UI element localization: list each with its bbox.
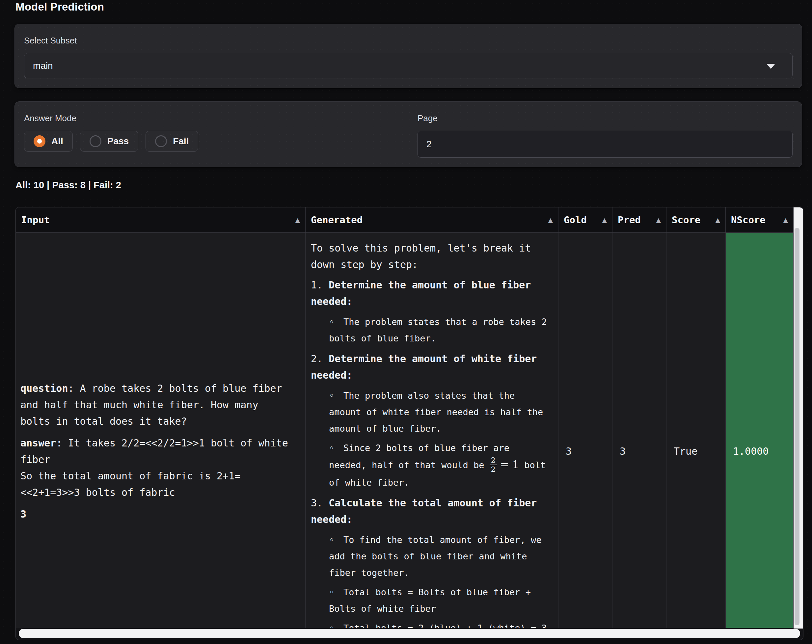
score-value: True (674, 443, 725, 459)
page-label: Page (418, 111, 792, 125)
bullet-icon: ◦ (329, 532, 343, 548)
bullet-text: To find the total amount of fiber, we ad… (329, 535, 541, 578)
bullet-item: ◦Total bolts = 2 (blue) + 1 (white) = 3 … (311, 620, 551, 628)
select-subset-panel: Select Subset main (14, 24, 802, 88)
sort-asc-icon[interactable]: ▲ (295, 216, 300, 224)
column-header-score[interactable]: Score ▲ (667, 208, 726, 232)
bullet-icon: ◦ (329, 314, 343, 330)
bullet-text: Total bolts = 2 (blue) + 1 (white) = 3 b… (329, 623, 547, 628)
fraction-denominator: 2 (490, 465, 497, 473)
nscore-cell: 1.0000 (726, 233, 794, 628)
bullet-icon: ◦ (329, 388, 343, 404)
step-number: 3. (311, 497, 329, 509)
bullet-text: Total bolts = Bolts of blue fiber + Bolt… (329, 587, 531, 614)
sort-asc-icon[interactable]: ▲ (656, 216, 661, 224)
bullet-item: ◦Total bolts = Bolts of blue fiber + Bol… (311, 584, 551, 617)
sort-asc-icon[interactable]: ▲ (548, 216, 553, 224)
bullet-text: The problem states that a robe takes 2 b… (329, 317, 547, 343)
radio-unselected-icon (155, 135, 167, 147)
gold-cell: 3 (559, 233, 612, 628)
bullet-icon: ◦ (329, 440, 343, 456)
bullet-item: ◦To find the total amount of fiber, we a… (311, 532, 551, 581)
v-scrollbar[interactable] (794, 208, 803, 629)
answer-paragraph: answer: It takes 2/2=<<2/2=1>>1 bolt of … (20, 435, 290, 501)
stats-text: All: 10 | Pass: 8 | Fail: 2 (15, 180, 121, 191)
pred-value: 3 (620, 443, 666, 459)
answer-mode-section: Answer Mode All Pass Fail (24, 111, 399, 159)
prediction-table: Input ▲ Generated ▲ Gold ▲ Pred ▲ Score … (15, 207, 803, 640)
bullet-text: Since 2 bolts of blue fiber are needed, … (329, 443, 510, 470)
column-header-input[interactable]: Input ▲ (16, 208, 305, 232)
radio-selected-icon (34, 135, 46, 147)
column-header-gold[interactable]: Gold ▲ (559, 208, 612, 232)
bullet-icon: ◦ (329, 584, 343, 601)
input-cell: question: A robe takes 2 bolts of blue f… (16, 233, 305, 628)
sort-asc-icon[interactable]: ▲ (602, 216, 607, 224)
bullet-item: ◦The problem also states that the amount… (311, 388, 551, 437)
subset-dropdown[interactable]: main (24, 53, 792, 78)
table-row: question: A robe takes 2 bolts of blue f… (16, 233, 803, 628)
math-fraction: 22 (490, 456, 497, 473)
page-input[interactable] (418, 131, 792, 158)
radio-label-all: All (51, 136, 63, 147)
answer-mode-label: Answer Mode (24, 111, 399, 125)
radio-option-all[interactable]: All (24, 131, 73, 152)
radio-option-fail[interactable]: Fail (145, 131, 198, 152)
radio-label-fail: Fail (173, 136, 189, 147)
page-title: Model Prediction (15, 1, 104, 13)
dropdown-arrow-icon (766, 64, 775, 69)
radio-option-pass[interactable]: Pass (80, 131, 138, 152)
step-title: Determine the amount of blue fiber neede… (311, 279, 531, 307)
question-label: question (20, 383, 68, 394)
radio-label-pass: Pass (107, 136, 129, 147)
select-subset-label: Select Subset (24, 34, 792, 47)
h-scrollbar[interactable] (19, 629, 800, 638)
final-answer: 3 (20, 506, 290, 522)
step-number: 1. (311, 279, 329, 291)
step-item-2: 2. Determine the amount of white fiber n… (311, 351, 551, 383)
gold-value: 3 (566, 443, 612, 459)
bullet-item-math: ◦Since 2 bolts of blue fiber are needed,… (311, 440, 551, 491)
page-section: Page (418, 111, 792, 159)
answer-label: answer (20, 437, 56, 449)
answer-mode-radio-group: All Pass Fail (24, 131, 399, 152)
answer-text: : It takes 2/2=<<2/2=1>>1 bolt of white … (20, 437, 294, 498)
bullet-item: ◦The problem states that a robe takes 2 … (311, 314, 551, 347)
step-title: Determine the amount of white fiber need… (311, 353, 537, 381)
app: Model Prediction Select Subset main Answ… (0, 0, 812, 644)
v-scrollbar-thumb[interactable] (795, 228, 800, 625)
fraction-numerator: 2 (490, 456, 497, 464)
step-number: 2. (311, 353, 329, 365)
generated-cell: To solve this problem, let's break it do… (305, 233, 559, 628)
subset-dropdown-value: main (33, 61, 53, 71)
question-paragraph: question: A robe takes 2 bolts of blue f… (20, 380, 290, 430)
generated-intro: To solve this problem, let's break it do… (311, 240, 551, 273)
step-item-1: 1. Determine the amount of blue fiber ne… (311, 277, 551, 310)
controls-panel: Answer Mode All Pass Fail Page (14, 101, 802, 167)
radio-unselected-icon (90, 135, 101, 147)
step-title: Calculate the total amount of fiber need… (311, 497, 537, 525)
bullet-icon: ◦ (329, 620, 343, 628)
column-header-nscore[interactable]: NScore ▲ (726, 208, 794, 232)
column-header-generated[interactable]: Generated ▲ (305, 208, 559, 232)
nscore-value: 1.0000 (733, 443, 793, 459)
fraction-equals: = 1 (500, 458, 519, 471)
step-item-3: 3. Calculate the total amount of fiber n… (311, 495, 551, 528)
table-header: Input ▲ Generated ▲ Gold ▲ Pred ▲ Score … (16, 208, 803, 233)
math-expression: 22= 1 (490, 460, 519, 470)
bullet-text: The problem also states that the amount … (329, 391, 543, 433)
score-cell: True (667, 233, 726, 628)
column-header-pred[interactable]: Pred ▲ (612, 208, 667, 232)
sort-asc-icon[interactable]: ▲ (715, 216, 720, 224)
pred-cell: 3 (612, 233, 667, 628)
sort-asc-icon[interactable]: ▲ (783, 216, 788, 224)
